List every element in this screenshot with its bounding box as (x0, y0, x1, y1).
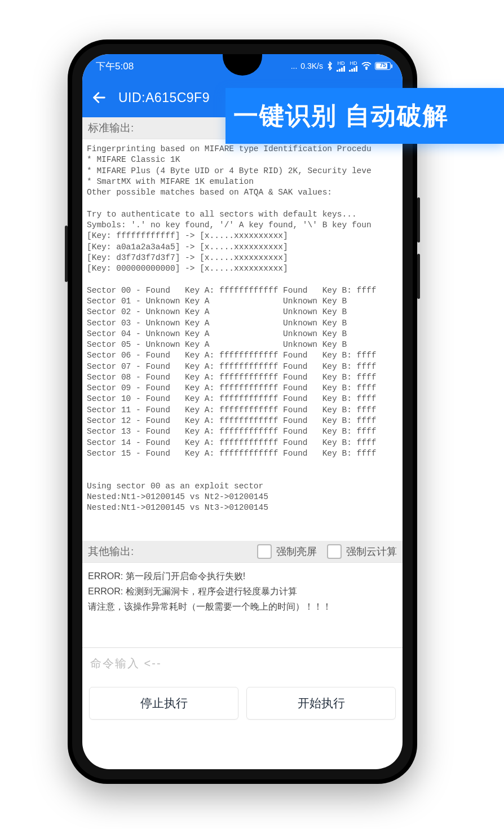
wifi-icon (361, 62, 372, 70)
power-button (65, 226, 68, 282)
status-prefix: ... (291, 61, 298, 70)
volume-up-button (417, 197, 420, 242)
error-line: ERROR: 检测到无漏洞卡，程序会进行轻度暴力计算 (88, 584, 397, 599)
stop-button[interactable]: 停止执行 (89, 687, 238, 720)
action-row: 停止执行 开始执行 (82, 679, 403, 734)
start-button[interactable]: 开始执行 (246, 687, 396, 720)
arrow-left-icon (91, 90, 107, 105)
other-output-label: 其他输出: (88, 544, 134, 559)
status-right: ... 0.3K/s HD HD (291, 61, 392, 72)
status-net-speed: 0.3K/s (300, 61, 323, 70)
status-time: 下午5:08 (96, 60, 134, 73)
volume-down-button (417, 254, 420, 299)
command-input-placeholder: 命令输入 <-- (90, 657, 162, 669)
notice-line: 请注意，该操作异常耗时（一般需要一个晚上的时间）！！！ (88, 599, 397, 614)
force-cloud-label: 强制云计算 (346, 545, 397, 558)
force-screen-on-option[interactable]: 强制亮屏 (257, 544, 317, 559)
console-errors[interactable]: ERROR: 第一段后门开启命令执行失败! ERROR: 检测到无漏洞卡，程序会… (82, 563, 403, 647)
console-stdout[interactable]: Fingerprinting based on MIFARE type Iden… (82, 139, 403, 541)
promo-banner-text: 一键识别 自动破解 (233, 102, 449, 129)
screen: 下午5:08 ... 0.3K/s HD HD (82, 54, 403, 769)
checkbox-icon (327, 544, 342, 559)
start-button-label: 开始执行 (298, 695, 345, 711)
other-output-bar: 其他输出: 强制亮屏 强制云计算 (82, 541, 403, 563)
bluetooth-icon (326, 61, 333, 70)
error-line: ERROR: 第一段后门开启命令执行失败! (88, 568, 397, 584)
signal-1-icon: HD (337, 61, 346, 72)
appbar-title: UID:A615C9F9 (118, 90, 210, 105)
command-input[interactable]: 命令输入 <-- (82, 647, 403, 679)
promo-banner: 一键识别 自动破解 (226, 88, 504, 144)
signal-2-icon: HD (349, 61, 358, 72)
back-button[interactable] (88, 86, 110, 109)
force-cloud-option[interactable]: 强制云计算 (327, 544, 397, 559)
phone-frame: 下午5:08 ... 0.3K/s HD HD (68, 39, 417, 784)
checkbox-icon (257, 544, 272, 559)
stop-button-label: 停止执行 (140, 695, 188, 711)
force-screen-on-label: 强制亮屏 (276, 545, 317, 558)
battery-icon: 75 (375, 62, 392, 70)
svg-point-0 (366, 68, 367, 69)
stdout-label-text: 标准输出: (88, 121, 134, 135)
